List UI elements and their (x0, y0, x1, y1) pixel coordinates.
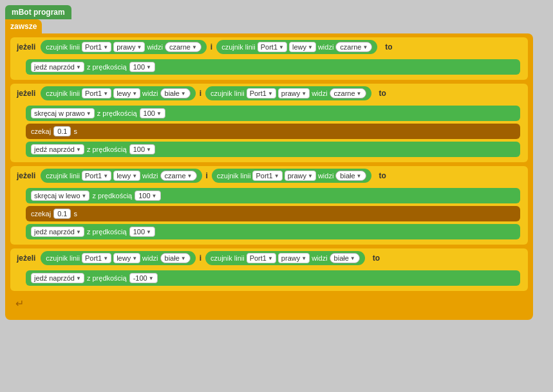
widzi-label-1a: widzi (147, 43, 162, 51)
sensor-dropdown-2a[interactable]: lewy (113, 88, 140, 98)
czujnik-label-1b: czujnik linii (221, 43, 256, 51)
czekaj-unit-3: s (73, 210, 77, 218)
sensor-dropdown-3a[interactable]: lewy (113, 171, 140, 181)
widzi-label-2a: widzi (142, 89, 158, 97)
sensor-dropdown-2b[interactable]: prawy (278, 88, 310, 98)
color-dropdown-2b[interactable]: czarne (330, 88, 366, 98)
i-label-1: i (209, 42, 214, 51)
speed-value-1[interactable]: 100 (129, 62, 155, 72)
widzi-label-3b: widzi (318, 172, 333, 180)
color-dropdown-3b[interactable]: białe (335, 171, 366, 181)
czujnik-label-4a: czujnik linii (46, 254, 80, 262)
jezeli-header-3: jeżeli czujnik linii Port1 lewy widzi cz… (14, 169, 524, 183)
to-label-3: to (377, 171, 389, 180)
czekaj-label-3: czekaj (31, 210, 51, 218)
port-dropdown-2b[interactable]: Port1 (247, 88, 276, 98)
czekaj-label-2: czekaj (31, 127, 51, 135)
direction-dropdown-2b[interactable]: jedź naprzód (31, 144, 84, 154)
sensor-dropdown-4a[interactable]: lewy (113, 253, 140, 263)
jezeli-header-1: jeżeli czujnik linii Port1 prawy widzi c… (14, 40, 524, 54)
outer-wrapper: jeżeli czujnik linii Port1 prawy widzi c… (5, 33, 533, 320)
zawsze-block: zawsze (5, 19, 42, 33)
color-dropdown-3a[interactable]: czarne (160, 171, 197, 181)
direction-dropdown-4[interactable]: jedź naprzód (31, 273, 84, 283)
jezeli-body-3: skręcaj w lewo z prędkością 100 czekaj 0… (22, 185, 524, 242)
speed-value-4[interactable]: -100 (129, 273, 158, 283)
jezeli-header-4: jeżeli czujnik linii Port1 lewy widzi bi… (14, 251, 524, 265)
direction-dropdown-1[interactable]: jedź naprzód (31, 62, 84, 72)
czujnik-label-1a: czujnik linii (46, 43, 80, 51)
speed-value-2b[interactable]: 100 (129, 144, 155, 154)
jezeli-block-1: jeżeli czujnik linii Port1 prawy widzi c… (10, 37, 528, 80)
czujnik-label-3b: czujnik linii (217, 172, 251, 180)
action-move-3b: jedź naprzód z prędkością 100 (26, 224, 520, 239)
port-dropdown-3b[interactable]: Port1 (252, 171, 282, 181)
program-container: mBot program zawsze jeżeli czujnik linii… (5, 5, 533, 320)
action-move-3a: skręcaj w lewo z prędkością 100 (26, 188, 520, 203)
color-dropdown-1b[interactable]: czarne (335, 42, 372, 52)
czekaj-value-2[interactable]: 0.1 (53, 126, 71, 136)
jezeli-block-3: jeżeli czujnik linii Port1 lewy widzi cz… (10, 166, 528, 245)
mbot-header: mBot program (5, 5, 71, 19)
return-row: ↵ (10, 295, 528, 312)
port-dropdown-1a[interactable]: Port1 (82, 42, 111, 52)
condition2-block-3: czujnik linii Port1 prawy widzi białe (212, 169, 371, 183)
action-move-4: jedź naprzód z prędkością -100 (26, 270, 520, 286)
czujnik-label-4b: czujnik linii (211, 254, 245, 262)
jezeli-body-4: jedź naprzód z prędkością -100 (22, 268, 524, 288)
action-move-2b: jedź naprzód z prędkością 100 (26, 142, 520, 157)
action-move-1: jedź naprzód z prędkością 100 (26, 59, 520, 75)
port-dropdown-4a[interactable]: Port1 (82, 253, 111, 263)
sensor-dropdown-1a[interactable]: prawy (113, 42, 145, 52)
czujnik-label-2a: czujnik linii (46, 89, 80, 97)
czekaj-value-3[interactable]: 0.1 (53, 209, 71, 219)
port-dropdown-1b[interactable]: Port1 (258, 42, 287, 52)
widzi-label-2b: widzi (312, 89, 327, 97)
jezeli-label-4: jeżeli (14, 252, 38, 264)
widzi-label-4a: widzi (142, 254, 158, 262)
widzi-label-1b: widzi (318, 43, 333, 51)
action-move-2a: skręcaj w prawo z prędkością 100 (26, 106, 520, 121)
speed-label-3b: z prędkością (87, 228, 127, 236)
jezeli-label-2: jeżeli (14, 88, 38, 99)
condition2-block-4: czujnik linii Port1 prawy widzi białe (205, 251, 365, 265)
program-title: mBot program (12, 8, 65, 17)
direction-dropdown-3a[interactable]: skręcaj w lewo (31, 191, 89, 201)
speed-label-3a: z prędkością (92, 192, 132, 200)
i-label-2: i (198, 89, 203, 98)
port-dropdown-4b[interactable]: Port1 (247, 253, 276, 263)
czekaj-unit-2: s (73, 127, 77, 135)
speed-label-1: z prędkością (87, 63, 127, 71)
color-dropdown-4a[interactable]: białe (160, 253, 191, 263)
i-label-4: i (198, 254, 203, 263)
sensor-dropdown-1b[interactable]: lewy (289, 42, 316, 52)
color-dropdown-2a[interactable]: białe (160, 88, 191, 98)
czekaj-block-2: czekaj 0.1 s (26, 124, 520, 139)
speed-label-2b: z prędkością (87, 145, 127, 153)
condition2-block-1: czujnik linii Port1 lewy widzi czarne (216, 40, 377, 54)
speed-label-4: z prędkością (87, 274, 127, 282)
port-dropdown-2a[interactable]: Port1 (82, 88, 111, 98)
color-dropdown-1a[interactable]: czarne (165, 42, 202, 52)
direction-dropdown-2a[interactable]: skręcaj w prawo (31, 108, 95, 118)
i-label-3: i (205, 171, 209, 180)
czujnik-label-2b: czujnik linii (211, 89, 245, 97)
direction-dropdown-3b[interactable]: jedź naprzód (31, 227, 84, 237)
speed-value-3a[interactable]: 100 (135, 191, 160, 201)
jezeli-block-2: jeżeli czujnik linii Port1 lewy widzi bi… (10, 84, 528, 162)
port-dropdown-3a[interactable]: Port1 (82, 171, 111, 181)
condition1-block-4: czujnik linii Port1 lewy widzi białe (41, 251, 195, 265)
speed-label-2a: z prędkością (97, 109, 137, 117)
color-dropdown-4b[interactable]: białe (330, 253, 360, 263)
jezeli-body-1: jedź naprzód z prędkością 100 (22, 57, 524, 77)
sensor-dropdown-4b[interactable]: prawy (278, 253, 310, 263)
to-label-2: to (377, 89, 389, 98)
jezeli-block-4: jeżeli czujnik linii Port1 lewy widzi bi… (10, 248, 528, 291)
czujnik-label-3a: czujnik linii (46, 172, 80, 180)
condition1-block-3: czujnik linii Port1 lewy widzi czarne (41, 169, 202, 183)
condition1-block-2: czujnik linii Port1 lewy widzi białe (41, 86, 195, 100)
speed-value-2a[interactable]: 100 (140, 108, 165, 118)
sensor-dropdown-3b[interactable]: prawy (285, 171, 316, 181)
to-label-4: to (370, 254, 382, 263)
speed-value-3b[interactable]: 100 (129, 227, 155, 237)
